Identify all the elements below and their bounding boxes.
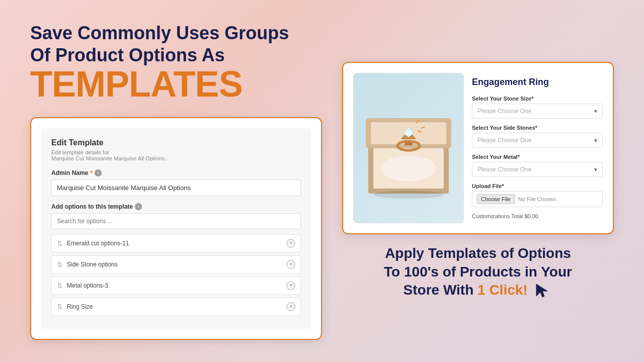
remove-button[interactable]: ✕: [286, 260, 295, 269]
product-title: Engagement Ring: [472, 77, 603, 87]
option-left: ⇅ Side Stone options: [57, 260, 118, 268]
main-container: Save Commonly Uses Groups Of Product Opt…: [0, 0, 644, 362]
cta-highlight: 1 Click!: [477, 282, 528, 298]
stone-size-select-wrapper: Please Choose One ▼: [472, 104, 603, 119]
upload-file-label: Upload File*: [472, 183, 603, 189]
option-name: Side Stone options: [67, 261, 118, 268]
option-row: ⇅ Side Stone options ✕: [51, 255, 301, 274]
ring-image-container: [353, 73, 464, 223]
drag-icon[interactable]: ⇅: [57, 282, 63, 290]
upload-file-group: Upload File* Choose File No File Chosen: [472, 183, 603, 207]
no-file-text: No File Chosen: [518, 196, 556, 202]
chevron-down-icon: ▼: [593, 109, 598, 114]
file-upload-row: Choose File No File Chosen: [472, 191, 603, 207]
cta-line1: Apply Templates of Options: [342, 244, 614, 262]
search-options-input[interactable]: [51, 213, 301, 229]
cta-line3-prefix: Store With: [404, 282, 478, 298]
cursor-icon: [534, 282, 552, 300]
product-form: Engagement Ring Select Your Stone Size* …: [472, 73, 603, 223]
svg-point-12: [373, 191, 444, 199]
admin-name-input[interactable]: [51, 179, 301, 196]
admin-name-label: Admin Name * i: [51, 169, 301, 176]
drag-icon[interactable]: ⇅: [57, 260, 63, 268]
headline-block: Save Commonly Uses Groups Of Product Opt…: [30, 22, 322, 102]
cta-line2: To 100's of Products in Your: [342, 263, 614, 281]
cta-block: Apply Templates of Options To 100's of P…: [342, 244, 614, 300]
chevron-down-icon: ▼: [593, 167, 598, 172]
product-card: Engagement Ring Select Your Stone Size* …: [342, 62, 614, 234]
svg-rect-11: [405, 142, 413, 145]
info-icon: i: [95, 169, 102, 176]
drag-icon[interactable]: ⇅: [57, 303, 63, 311]
card-subtitle: Edit template details for Marquise Cut M…: [51, 149, 301, 161]
metal-group: Select Your Metal* Please Choose One ▼: [472, 154, 603, 177]
left-panel: Save Commonly Uses Groups Of Product Opt…: [30, 22, 322, 339]
headline-line1: Save Commonly Uses Groups: [30, 23, 289, 43]
ring-illustration: [358, 93, 459, 204]
templates-heading: TEMPLATES: [30, 66, 322, 102]
side-stones-select[interactable]: Please Choose One ▼: [472, 133, 603, 148]
svg-point-4: [381, 156, 436, 181]
right-panel: Engagement Ring Select Your Stone Size* …: [342, 62, 614, 300]
option-name: Metal options-3: [67, 282, 108, 289]
option-left: ⇅ Ring Size: [57, 303, 93, 311]
drag-icon[interactable]: ⇅: [57, 239, 63, 247]
option-left: ⇅ Emerald cut options-11: [57, 239, 129, 247]
chevron-down-icon: ▼: [593, 138, 598, 143]
option-row: ⇅ Ring Size ✕: [51, 298, 301, 316]
metal-select-wrapper: Please Choose One ▼: [472, 162, 603, 177]
cta-line3: Store With 1 Click!: [342, 281, 614, 300]
side-stones-label: Select Your Side Stones*: [472, 125, 603, 131]
choose-file-button[interactable]: Choose File: [476, 194, 515, 204]
option-name: Ring Size: [67, 303, 93, 310]
stone-size-select[interactable]: Please Choose One ▼: [472, 104, 603, 119]
headline-line2: Of Product Options As: [30, 45, 225, 65]
required-marker: *: [90, 169, 93, 176]
headline-text: Save Commonly Uses Groups Of Product Opt…: [30, 22, 322, 65]
stone-size-label: Select Your Stone Size*: [472, 96, 603, 102]
remove-button[interactable]: ✕: [286, 281, 295, 290]
edit-template-card: Edit Template Edit template details for …: [30, 117, 322, 340]
option-left: ⇅ Metal options-3: [57, 282, 108, 290]
option-row: ⇅ Metal options-3 ✕: [51, 277, 301, 295]
stone-size-group: Select Your Stone Size* Please Choose On…: [472, 96, 603, 119]
add-options-label: Add options to this template i: [51, 203, 301, 210]
remove-button[interactable]: ✕: [286, 239, 295, 248]
metal-select[interactable]: Please Choose One ▼: [472, 162, 603, 177]
options-info-icon: i: [135, 203, 142, 210]
side-stones-select-wrapper: Please Choose One ▼: [472, 133, 603, 148]
option-name: Emerald cut options-11: [67, 240, 129, 247]
card-title: Edit Template: [51, 138, 301, 147]
side-stones-group: Select Your Side Stones* Please Choose O…: [472, 125, 603, 148]
remove-button[interactable]: ✕: [286, 302, 295, 311]
metal-label: Select Your Metal*: [472, 154, 603, 160]
card-inner: Edit Template Edit template details for …: [41, 128, 311, 329]
svg-marker-13: [536, 284, 547, 297]
options-list: ⇅ Emerald cut options-11 ✕ ⇅ Side Stone …: [51, 234, 301, 316]
customizations-total: Customizations Total $0.00: [472, 213, 603, 219]
option-row: ⇅ Emerald cut options-11 ✕: [51, 234, 301, 252]
